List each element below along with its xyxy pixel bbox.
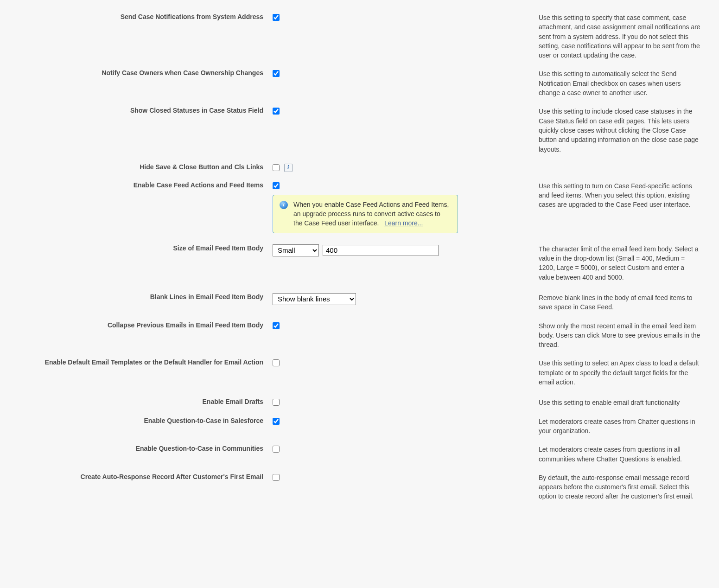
- help-enable-case-feed: Use this setting to turn on Case Feed-sp…: [537, 178, 711, 237]
- label-q2c-communities: Enable Question-to-Case in Communities: [8, 441, 273, 467]
- help-email-size: The character limit of the email feed it…: [537, 241, 711, 286]
- help-hide-save-close: [537, 160, 711, 176]
- label-show-closed: Show Closed Statuses in Case Status Fiel…: [8, 103, 273, 157]
- callout-info-icon: [280, 201, 288, 209]
- help-default-templates: Use this setting to select an Apex class…: [537, 355, 711, 390]
- case-settings-table: Send Case Notifications from System Addr…: [8, 9, 711, 505]
- checkbox-enable-drafts[interactable]: [273, 399, 280, 406]
- case-feed-callout: When you enable Case Feed Actions and Fe…: [273, 195, 458, 233]
- label-hide-save-close: Hide Save & Close Button and Cls Links: [8, 160, 273, 176]
- callout-message: When you enable Case Feed Actions and Fe…: [293, 201, 449, 227]
- select-blank-lines[interactable]: Show blank lines Remove blank lines: [273, 293, 356, 305]
- label-email-size: Size of Email Feed Item Body: [8, 241, 273, 286]
- checkbox-send-from-system[interactable]: [273, 14, 280, 21]
- callout-text: When you enable Case Feed Actions and Fe…: [293, 200, 451, 228]
- checkbox-hide-save-close[interactable]: [273, 164, 280, 171]
- help-q2c-communities: Let moderators create cases from questio…: [537, 441, 711, 467]
- label-q2c-salesforce: Enable Question-to-Case in Salesforce: [8, 413, 273, 440]
- help-notify-owner-change: Use this setting to automatically select…: [537, 65, 711, 101]
- info-icon[interactable]: [284, 164, 293, 172]
- label-default-templates: Enable Default Email Templates or the De…: [8, 355, 273, 390]
- label-enable-case-feed: Enable Case Feed Actions and Feed Items: [8, 178, 273, 237]
- label-enable-drafts: Enable Email Drafts: [8, 394, 273, 411]
- help-auto-response: By default, the auto-response email mess…: [537, 469, 711, 505]
- help-send-from-system: Use this setting to specify that case co…: [537, 9, 711, 64]
- label-blank-lines: Blank Lines in Email Feed Item Body: [8, 289, 273, 316]
- checkbox-collapse-prev[interactable]: [273, 322, 280, 329]
- checkbox-q2c-salesforce[interactable]: [273, 418, 280, 425]
- help-collapse-prev: Show only the most recent email in the e…: [537, 318, 711, 353]
- help-show-closed: Use this setting to include closed case …: [537, 103, 711, 157]
- help-enable-drafts: Use this setting to enable email draft f…: [537, 394, 711, 411]
- label-collapse-prev: Collapse Previous Emails in Email Feed I…: [8, 318, 273, 353]
- select-email-size[interactable]: Small Medium Large Custom: [273, 244, 319, 256]
- checkbox-default-templates[interactable]: [273, 359, 280, 366]
- input-email-size-value[interactable]: [323, 245, 439, 256]
- label-send-from-system: Send Case Notifications from System Addr…: [8, 9, 273, 64]
- learn-more-link[interactable]: Learn more...: [384, 219, 423, 227]
- checkbox-q2c-communities[interactable]: [273, 446, 280, 453]
- help-blank-lines: Remove blank lines in the body of email …: [537, 289, 711, 316]
- checkbox-show-closed[interactable]: [273, 108, 280, 115]
- help-q2c-salesforce: Let moderators create cases from Chatter…: [537, 413, 711, 440]
- label-auto-response: Create Auto-Response Record After Custom…: [8, 469, 273, 505]
- checkbox-enable-case-feed[interactable]: [273, 182, 280, 189]
- checkbox-auto-response[interactable]: [273, 474, 280, 481]
- label-notify-owner-change: Notify Case Owners when Case Ownership C…: [8, 65, 273, 101]
- checkbox-notify-owner-change[interactable]: [273, 70, 280, 77]
